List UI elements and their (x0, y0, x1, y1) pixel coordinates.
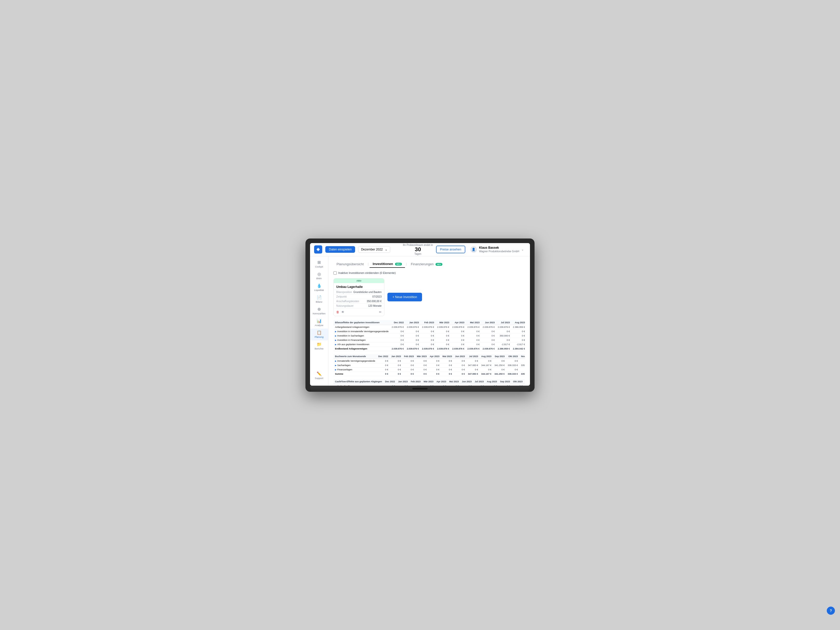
table-cell: 0 € (390, 367, 403, 372)
table-row-label: ▶Immaterielle Vermögensgegenstände (333, 358, 377, 363)
sidebar: ⊞ Cockpit ◎ BWA 💧 Liquidität 📄 Bilanz ⊛ (310, 256, 328, 386)
month-selector[interactable]: Dezember 2022 ⌄ (358, 246, 390, 253)
table-row-label: Anfangsbestand Anlagevermögen (333, 325, 390, 329)
inactive-checkbox[interactable] (333, 272, 337, 275)
new-investment-button[interactable]: + Neue Investition (387, 293, 422, 302)
table-cell: 344.167 € (480, 363, 493, 367)
table-cell: 0 € (466, 333, 481, 338)
table-cell: 2.039.876 € (466, 325, 481, 329)
table-cell: 2.039.876 € (451, 346, 466, 351)
table-cell: 0 € (466, 329, 481, 333)
table-cell: 0 € (420, 333, 436, 338)
bilanz-icon: 📄 (317, 295, 322, 300)
table-cell: 0 € (403, 363, 415, 367)
table-cell: 0 € (506, 358, 519, 363)
col-feb2023: Feb 2023 (420, 320, 436, 325)
card-actions: 🗑 👁 ✏ (334, 308, 384, 316)
table-cell: -2.917 € (496, 342, 512, 346)
table3-title-header: CashFlow-Effekte aus geplanten Abgängen (333, 379, 384, 384)
sidebar-item-label: Analyse (315, 324, 324, 327)
bwa-icon: ◎ (317, 272, 321, 276)
table-cell: 0 € (453, 363, 467, 367)
col-dec2022: Dec 2022 (390, 320, 406, 325)
table-cell: 0 € (377, 358, 390, 363)
sidebar-item-planung[interactable]: 📋 Planung (310, 328, 328, 340)
table-cell: 0 € (403, 367, 415, 372)
col-jan2023: Jan 2023 (405, 320, 420, 325)
preise-ansehen-button[interactable]: Preise ansehen (436, 246, 465, 253)
berichte-icon: 📁 (317, 343, 322, 346)
user-text: Klaus Bassek Wagner Produktionsbetriebe … (479, 246, 519, 253)
table-cell: 2.039.876 € (481, 325, 496, 329)
table-cell: 344.167 € (480, 372, 493, 376)
table-cell: 2.039.876 € (405, 346, 420, 351)
buchwerte-table: Buchwerte zum Monatsende Dec 2022 Jan 20… (333, 354, 525, 376)
table-cell: 2.039.876 € (466, 346, 481, 351)
support-icon: ✏️ (317, 372, 322, 376)
table-cell: 0 € (451, 338, 466, 342)
table-cell: -2.917 € (512, 342, 525, 346)
logo-button[interactable] (314, 245, 322, 254)
table-cell: 2.386.959 € (496, 346, 512, 351)
table-cell: 0 € (466, 338, 481, 342)
table-cell: 0 € (466, 342, 481, 346)
table-cell: 341.250 € (493, 363, 506, 367)
table-cell: 347.083 € (466, 363, 480, 367)
sidebar-item-label: Berichte (314, 347, 324, 350)
bilanzposition-label: Bilanzposition (336, 291, 352, 294)
trial-days: 30 (403, 247, 433, 252)
table-cell: 0 € (451, 329, 466, 333)
table-cell: 0 € (405, 333, 420, 338)
table-cell: 0 € (405, 342, 420, 346)
tab-investitionen[interactable]: Investitionen NEU (369, 261, 405, 268)
sidebar-item-bilanz[interactable]: 📄 Bilanz (310, 294, 328, 305)
sidebar-item-label: Liquidität (314, 289, 324, 291)
table-row-label: ▶Verkaufserlöse (333, 384, 384, 386)
table-cell: 0 € (403, 372, 415, 376)
trial-info: Ihr Probezeitraum endet in 30 Tagen (403, 243, 433, 256)
help-button[interactable]: ? (827, 606, 835, 615)
table-row-label: ▶Investition in Sachanlagen (333, 333, 390, 338)
table-cell: 350.000 € (496, 333, 512, 338)
user-name: Klaus Bassek (479, 246, 519, 250)
tab-finanzierungen[interactable]: Finanzierungen NEU (408, 261, 445, 267)
table-row-label: ▶Investition in Immaterielle Vermögensge… (333, 329, 390, 333)
sidebar-item-analyse[interactable]: 📊 Analyse (310, 317, 328, 328)
col-jul2023: Jul 2023 (496, 320, 512, 325)
sidebar-item-liquiditat[interactable]: 💧 Liquidität (310, 282, 328, 294)
table-cell: 0 € (420, 338, 436, 342)
sidebar-item-kennzahlen[interactable]: ⊛ Kennzahlen (310, 305, 328, 317)
table-row-label: ▶Investition in Finanzanlagen (333, 338, 390, 342)
view-icon[interactable]: 👁 (341, 310, 344, 314)
sidebar-item-berichte[interactable]: 📁 Berichte (310, 340, 328, 352)
col-jun2023: Jun 2023 (481, 320, 496, 325)
table-cell: 0 € (428, 358, 441, 363)
sidebar-item-bwa[interactable]: ◎ BWA (310, 270, 328, 282)
user-menu[interactable]: 👤 Klaus Bassek Wagner Produktionsbetrieb… (468, 245, 526, 254)
table-cell: 0 € (524, 384, 525, 386)
table-cell: 0 € (466, 358, 480, 363)
table-cell: 0 € (436, 342, 451, 346)
delete-icon[interactable]: 🗑 (336, 310, 339, 314)
tab-planungsubersicht[interactable]: Planungsübersicht (333, 261, 367, 267)
sidebar-item-support[interactable]: ✏️ Support (314, 370, 324, 382)
table-row-label: Endbestand Anlagevermögen (333, 346, 390, 351)
table-cell: 0 € (415, 372, 428, 376)
table-row-label: ▶AfA aus geplanten Investitionen (333, 342, 390, 346)
topbar: Daten einspielen Dezember 2022 ⌄ Ihr Pro… (310, 243, 530, 256)
edit-icon[interactable]: ✏ (379, 310, 382, 314)
table-cell: 0 € (460, 384, 473, 386)
table-cell: 0 € (420, 329, 436, 333)
table-row-label: ▶Sachanlagen (333, 363, 377, 367)
table-cell: 0 € (390, 372, 403, 376)
daten-einspielen-button[interactable]: Daten einspielen (325, 246, 355, 253)
table-cell: 0 € (466, 367, 480, 372)
table-cell: 2.039.876 € (405, 325, 420, 329)
table-cell: 335.417 € (519, 363, 525, 367)
sidebar-item-cockpit[interactable]: ⊞ Cockpit (310, 258, 328, 270)
table-cell: 0 € (384, 384, 396, 386)
card-title: Umbau Lagerhalle (334, 283, 384, 290)
inactive-label: Inaktive Investitionen einblenden (0 Ele… (338, 272, 396, 275)
avatar: 👤 (471, 246, 477, 253)
col-aug2023: Aug 2023 (512, 320, 525, 325)
